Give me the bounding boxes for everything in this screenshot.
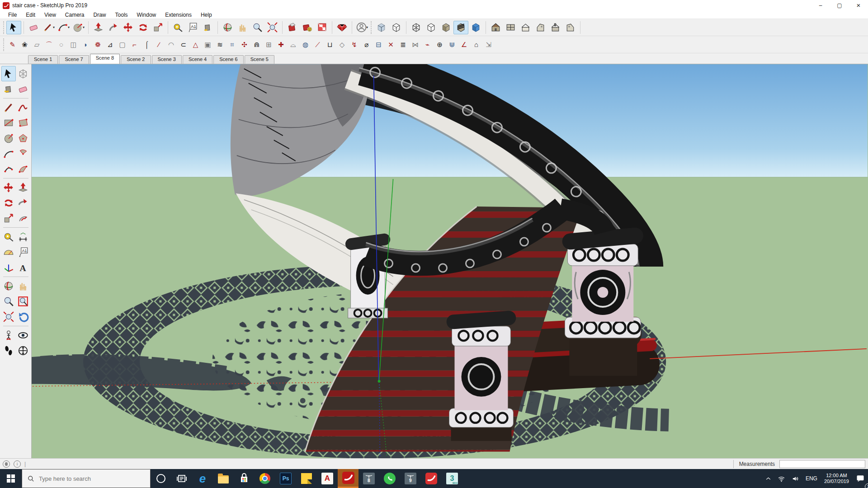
follow-me-tool[interactable] (16, 195, 30, 211)
rotated-rectangle-tool[interactable] (16, 115, 30, 131)
chevron-down-icon[interactable]: ▾ (366, 25, 368, 29)
credits-info-icon[interactable]: i (14, 460, 21, 468)
make-component-tool[interactable] (16, 66, 30, 81)
zoom-tool[interactable] (1, 294, 16, 309)
ext-tool-13[interactable]: ∕ (153, 38, 165, 51)
iso-view-button[interactable] (488, 21, 503, 34)
rotate-tool-button[interactable] (136, 21, 151, 34)
arc-tool[interactable] (1, 146, 16, 161)
model-viewport[interactable] (32, 64, 868, 458)
volume-icon[interactable] (788, 469, 802, 488)
scene-tab-8-active[interactable]: Scene 8 (90, 54, 120, 64)
select-tool[interactable] (1, 66, 16, 81)
rectangle-tool[interactable] (1, 115, 16, 131)
arc-tool-button[interactable]: ▾ (56, 21, 71, 34)
rotate-tool[interactable] (1, 195, 16, 211)
taskbar-search[interactable] (22, 469, 151, 488)
cortana-button[interactable] (151, 469, 171, 488)
scene-tab-6[interactable]: Scene 6 (213, 55, 243, 64)
monochrome-style-button[interactable] (468, 21, 483, 34)
ext-tool-1[interactable]: ✎ (6, 38, 19, 51)
zoom-window-tool[interactable] (16, 294, 30, 309)
eraser-tool[interactable] (16, 81, 30, 97)
action-center-button[interactable]: 3 (853, 469, 868, 488)
hidden-line-style-button[interactable] (424, 21, 439, 34)
scale-tool-button[interactable] (151, 21, 165, 34)
chevron-down-icon[interactable]: ▾ (68, 25, 70, 29)
position-camera-tool[interactable] (1, 328, 16, 343)
minimize-button[interactable]: – (811, 0, 830, 10)
polygon-tool[interactable] (16, 131, 30, 146)
orbit-tool[interactable] (1, 278, 16, 294)
paint-bucket-tool[interactable] (1, 81, 16, 97)
search-input[interactable] (39, 475, 138, 482)
menu-tools[interactable]: Tools (111, 12, 132, 18)
ext-tool-4[interactable]: ⌒ (43, 38, 55, 51)
ext-tool-2[interactable]: ❀ (19, 38, 31, 51)
menu-edit[interactable]: Edit (21, 12, 40, 18)
xray-style-button[interactable] (374, 21, 389, 34)
chrome-button[interactable] (255, 469, 275, 488)
ext-tool-34[interactable]: ⋈ (409, 38, 421, 51)
circle-tool[interactable] (1, 131, 16, 146)
back-view-button[interactable] (548, 21, 563, 34)
ext-tool-10[interactable]: ▢ (116, 38, 128, 51)
scene-tab-4[interactable]: Scene 4 (183, 55, 212, 64)
ext-tool-40[interactable]: ⇲ (482, 38, 495, 51)
scene-tab-1[interactable]: Scene 1 (28, 55, 58, 64)
menu-camera[interactable]: Camera (61, 12, 89, 18)
text-tool-button[interactable]: A1 (185, 21, 200, 34)
measurements-input[interactable] (779, 460, 865, 468)
ext-tool-17[interactable]: ▣ (202, 38, 214, 51)
text-tool[interactable]: A1 (16, 244, 30, 260)
menu-view[interactable]: View (40, 12, 61, 18)
pan-tool-button[interactable] (235, 21, 250, 34)
dimension-tool[interactable] (16, 229, 30, 244)
ext-tool-30[interactable]: ⌀ (360, 38, 373, 51)
circle-tool-button[interactable]: ▾ (71, 21, 86, 34)
lumion-8-button[interactable]: 8 (359, 469, 379, 488)
front-view-button[interactable] (518, 21, 533, 34)
move-tool[interactable] (1, 180, 16, 195)
toolbar-drag-handle[interactable] (3, 21, 5, 34)
ext-tool-20[interactable]: ✣ (238, 38, 250, 51)
ext-tool-5[interactable]: ◌ (55, 38, 67, 51)
ext-tool-35[interactable]: ⌁ (421, 38, 434, 51)
ext-tool-18[interactable]: ≋ (214, 38, 226, 51)
scene-tab-2[interactable]: Scene 2 (121, 55, 151, 64)
ext-tool-7[interactable]: ◗ (80, 38, 92, 51)
ext-tool-6[interactable]: ◫ (67, 38, 80, 51)
ext-tool-28[interactable]: ◇ (336, 38, 348, 51)
toolbar-drag-handle[interactable] (3, 38, 5, 51)
ext-tool-27[interactable]: ⊔ (324, 38, 336, 51)
3ds-max-button[interactable]: 3MAX (442, 469, 462, 488)
file-explorer-button[interactable] (213, 469, 234, 488)
top-view-button[interactable] (503, 21, 518, 34)
line-tool[interactable] (1, 100, 16, 115)
sketchup-2019-button-active[interactable] (338, 469, 359, 488)
menu-help[interactable]: Help (196, 12, 217, 18)
ruby-console-button[interactable] (335, 21, 349, 34)
ext-tool-19[interactable]: ⌗ (226, 38, 238, 51)
share-model-button[interactable] (300, 21, 315, 34)
zoom-extents-button[interactable] (265, 21, 280, 34)
tape-measure-tool[interactable] (1, 229, 16, 244)
start-button[interactable] (0, 469, 22, 488)
2pt-arc-tool[interactable] (1, 161, 16, 177)
3pt-arc-tool[interactable] (16, 161, 30, 177)
ext-tool-14[interactable]: ◠ (165, 38, 177, 51)
ext-tool-33[interactable]: ≣ (397, 38, 409, 51)
ext-tool-38[interactable]: ∠ (458, 38, 470, 51)
protractor-tool[interactable] (1, 244, 16, 260)
sticky-notes-button[interactable] (296, 469, 317, 488)
chevron-down-icon[interactable]: ▾ (83, 25, 85, 29)
ext-tool-8[interactable]: ❁ (92, 38, 104, 51)
chevron-down-icon[interactable]: ▾ (53, 25, 55, 29)
follow-me-tool-button[interactable] (106, 21, 121, 34)
right-view-button[interactable] (533, 21, 548, 34)
photoshop-button[interactable]: Ps (275, 469, 296, 488)
shaded-style-button[interactable] (439, 21, 453, 34)
sketchup-2018-button[interactable] (421, 469, 442, 488)
ext-tool-23[interactable]: ✚ (275, 38, 287, 51)
autocad-button[interactable]: A (317, 469, 338, 488)
